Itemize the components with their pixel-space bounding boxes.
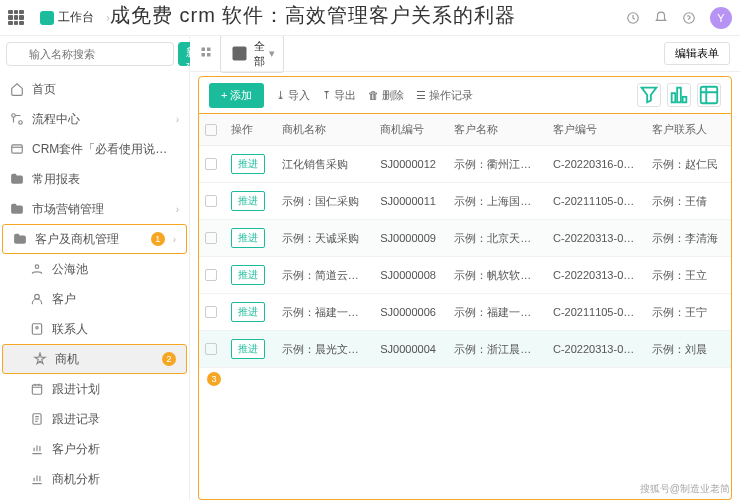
sidebar-item-12[interactable]: 客户分析	[0, 434, 189, 464]
edit-form-button[interactable]: 编辑表单	[664, 42, 730, 65]
export-button[interactable]: ⤒ 导出	[322, 88, 356, 103]
advance-button[interactable]: 推进	[231, 339, 265, 359]
table-row[interactable]: 推进示例：国仁采购SJ0000011示例：上海国仁有限...C-20211105…	[199, 183, 731, 220]
workspace-tab[interactable]: 工作台	[32, 5, 102, 30]
filter-icon-button[interactable]	[637, 83, 661, 107]
cell-cust: 示例：浙江晨光文具...	[448, 331, 547, 368]
plan-icon	[30, 382, 44, 396]
advance-button[interactable]: 推进	[231, 154, 265, 174]
sidebar-item-4[interactable]: 市场营销管理›	[0, 194, 189, 224]
cell-ccode: C-20211105-0000001	[547, 183, 646, 220]
sidebar-item-label: 商机分析	[52, 471, 179, 488]
table-row[interactable]: 推进江化销售采购SJ0000012示例：衢州江化集团C-20220316-000…	[199, 146, 731, 183]
sidebar-item-label: 客户	[52, 291, 179, 308]
notification-icon[interactable]	[654, 11, 668, 25]
row-checkbox[interactable]	[205, 269, 217, 281]
row-checkbox[interactable]	[205, 306, 217, 318]
opp-icon	[33, 352, 47, 366]
sidebar-item-13[interactable]: 商机分析	[0, 464, 189, 494]
nav-list: 首页流程中心›CRM套件「必看使用说明」常用报表市场营销管理›客户及商机管理1›…	[0, 72, 189, 500]
svg-rect-18	[677, 88, 681, 103]
svg-point-1	[684, 12, 695, 23]
sidebar-item-14[interactable]: 产品报价管理›	[0, 494, 189, 500]
chevron-right-icon: ›	[176, 114, 179, 125]
svg-rect-5	[12, 145, 23, 153]
cell-ccode: C-20220316-0000001	[547, 146, 646, 183]
advance-button[interactable]: 推进	[231, 191, 265, 211]
select-all-checkbox[interactable]	[205, 124, 217, 136]
svg-rect-20	[701, 87, 718, 104]
help-icon[interactable]	[682, 11, 696, 25]
search-input[interactable]	[6, 42, 174, 66]
advance-button[interactable]: 推进	[231, 265, 265, 285]
row-checkbox[interactable]	[205, 343, 217, 355]
data-table: 操作商机名称商机编号客户名称客户编号客户联系人 推进江化销售采购SJ000001…	[199, 114, 731, 368]
sidebar-item-label: 跟进记录	[52, 411, 179, 428]
table-row[interactable]: 推进示例：简道云采购SJ0000008示例：帆软软件有限公司C-20220313…	[199, 257, 731, 294]
svg-point-6	[35, 265, 39, 269]
cell-contact: 示例：王宁	[646, 294, 731, 331]
contact-icon	[30, 322, 44, 336]
sidebar-item-6[interactable]: 公海池	[0, 254, 189, 284]
sidebar-item-9[interactable]: 商机2	[2, 344, 187, 374]
add-button[interactable]: +添加	[209, 83, 264, 108]
cell-code: SJ0000012	[374, 146, 448, 183]
sidebar-item-10[interactable]: 跟进计划	[0, 374, 189, 404]
svg-rect-10	[32, 385, 41, 394]
main-content: 全部 ▾ 编辑表单 +添加 ⤓ 导入 ⤒ 导出 🗑 删除 ☰ 操作记录 操作商机…	[190, 36, 740, 500]
svg-rect-17	[672, 93, 676, 102]
row-checkbox[interactable]	[205, 232, 217, 244]
sidebar-item-3[interactable]: 常用报表	[0, 164, 189, 194]
chevron-right-icon: ›	[176, 204, 179, 215]
filter-select[interactable]: 全部 ▾	[220, 35, 284, 73]
sidebar-item-label: 商机	[55, 351, 150, 368]
page-title: 成免费 crm 软件：高效管理客户关系的利器	[110, 2, 516, 29]
cell-code: SJ0000011	[374, 183, 448, 220]
table-row[interactable]: 推进示例：福建一高3月订单SJ0000006示例：福建一高集团C-2021110…	[199, 294, 731, 331]
sidebar-item-1[interactable]: 流程中心›	[0, 104, 189, 134]
apps-grid-icon[interactable]	[8, 10, 24, 26]
sidebar-item-label: 首页	[32, 81, 179, 98]
import-button[interactable]: ⤓ 导入	[276, 88, 310, 103]
col-header-3: 商机编号	[374, 114, 448, 146]
sidebar-item-label: 客户分析	[52, 441, 179, 458]
cell-name: 江化销售采购	[276, 146, 375, 183]
history-icon[interactable]	[626, 11, 640, 25]
svg-rect-14	[202, 53, 206, 57]
table-row[interactable]: 推进示例：晨光文具设备...SJ0000004示例：浙江晨光文具...C-202…	[199, 331, 731, 368]
delete-button[interactable]: 🗑 删除	[368, 88, 404, 103]
cell-code: SJ0000006	[374, 294, 448, 331]
cell-cust: 示例：衢州江化集团	[448, 146, 547, 183]
row-checkbox[interactable]	[205, 158, 217, 170]
svg-rect-15	[207, 53, 211, 57]
cell-contact: 示例：赵仁民	[646, 146, 731, 183]
avatar[interactable]: Y	[710, 7, 732, 29]
cell-name: 示例：国仁采购	[276, 183, 375, 220]
view-grid-icon[interactable]	[200, 46, 212, 61]
oplog-button[interactable]: ☰ 操作记录	[416, 88, 473, 103]
sidebar-item-11[interactable]: 跟进记录	[0, 404, 189, 434]
table-row[interactable]: 推进示例：天诚采购SJ0000009示例：北京天诚软件...C-20220313…	[199, 220, 731, 257]
sidebar-item-5[interactable]: 客户及商机管理1›	[2, 224, 187, 254]
fields-icon-button[interactable]	[697, 83, 721, 107]
data-table-wrap: 操作商机名称商机编号客户名称客户编号客户联系人 推进江化销售采购SJ000001…	[198, 114, 732, 500]
folder-icon	[10, 172, 24, 186]
svg-point-9	[36, 327, 38, 329]
sidebar-item-0[interactable]: 首页	[0, 74, 189, 104]
advance-button[interactable]: 推进	[231, 302, 265, 322]
sidebar-item-label: 客户及商机管理	[35, 231, 139, 248]
workspace-icon	[40, 11, 54, 25]
sidebar-item-7[interactable]: 客户	[0, 284, 189, 314]
sidebar-item-label: 联系人	[52, 321, 179, 338]
sidebar-item-8[interactable]: 联系人	[0, 314, 189, 344]
kit-icon	[10, 142, 24, 156]
sidebar-item-2[interactable]: CRM套件「必看使用说明」	[0, 134, 189, 164]
chart-icon-button[interactable]	[667, 83, 691, 107]
svg-rect-19	[683, 97, 687, 103]
svg-rect-16	[233, 47, 247, 61]
advance-button[interactable]: 推进	[231, 228, 265, 248]
svg-point-4	[19, 121, 23, 125]
row-checkbox[interactable]	[205, 195, 217, 207]
user-icon	[30, 292, 44, 306]
pool-icon	[30, 262, 44, 276]
